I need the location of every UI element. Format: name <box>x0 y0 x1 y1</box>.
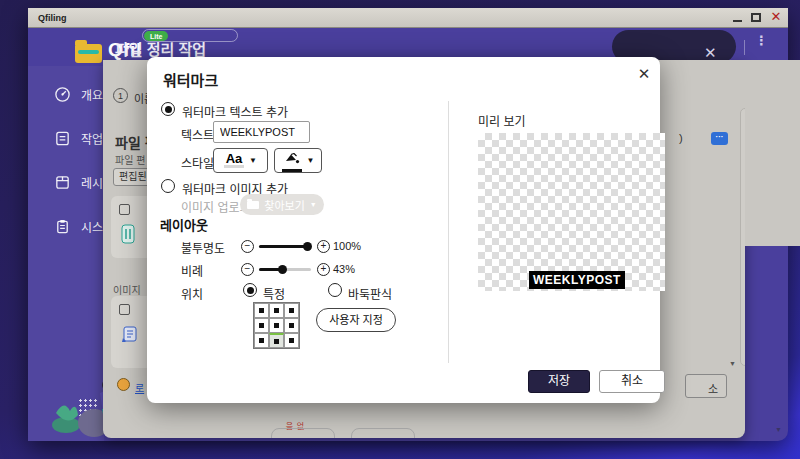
preview-watermark-text: WEEKLYPOST <box>529 271 625 289</box>
checkbox[interactable] <box>119 204 130 215</box>
chevron-down-icon: ▼ <box>249 156 257 165</box>
bg-pill-button[interactable] <box>351 428 415 438</box>
grid-cell-bottom-center-selected[interactable] <box>269 333 284 348</box>
folder-icon <box>247 201 259 209</box>
sidebar-item-label: 레시 <box>81 174 103 191</box>
position-specific-label: 특정 <box>263 285 285 302</box>
step-number-badge: 1 <box>113 88 128 103</box>
opacity-value: 100% <box>333 240 361 252</box>
grid-cell-top-right[interactable] <box>284 303 299 318</box>
add-text-label: 워터마크 텍스트 추가 <box>182 103 288 120</box>
grid-cell-middle-center[interactable] <box>269 318 284 333</box>
font-style-dropdown[interactable]: Aa ▼ <box>213 148 268 173</box>
cancel-button[interactable]: 취소 <box>599 370 665 393</box>
bg-scroll-panel: ▲ <box>745 60 800 246</box>
document-convert-icon <box>121 326 137 344</box>
maximize-icon[interactable] <box>751 13 761 22</box>
grid-cell-bottom-right[interactable] <box>284 333 299 348</box>
scale-value: 43% <box>333 263 355 275</box>
sidebar-item-overview[interactable]: 개요 <box>54 86 103 103</box>
watermark-text-input[interactable] <box>213 121 310 143</box>
grid-cell-bottom-left[interactable] <box>254 333 269 348</box>
bg-cancel-button[interactable]: 소 <box>685 374 727 398</box>
app-window: Qfiling ✕ Qfil Lite ⋮ 개요 작업 레시 <box>28 8 788 441</box>
position-grid[interactable] <box>253 302 300 349</box>
add-text-radio[interactable] <box>161 102 175 116</box>
style-label: 스타일: <box>181 154 217 171</box>
close-icon[interactable]: ✕ <box>770 12 782 23</box>
paint-bucket-icon <box>282 150 302 172</box>
scroll-down-icon[interactable]: ▼ <box>775 426 782 433</box>
qfiling-folder-logo-icon <box>75 44 102 63</box>
opacity-minus-icon[interactable]: − <box>241 240 254 253</box>
minimize-icon[interactable] <box>733 14 742 22</box>
recipe-box-icon <box>54 174 71 191</box>
preview-canvas: WEEKLYPOST <box>478 133 665 291</box>
grid-cell-top-left[interactable] <box>254 303 269 318</box>
task-list-icon <box>54 130 71 147</box>
opacity-plus-icon[interactable]: + <box>317 240 330 253</box>
sidebar-item-label: 작업 <box>81 130 103 147</box>
window-title: Qfiling <box>38 13 67 23</box>
position-tiled-label: 바둑판식 <box>348 285 392 302</box>
watermark-dialog: 워터마크 ✕ 워터마크 텍스트 추가 텍스트: 스타일: Aa ▼ ▼ 워터마크… <box>147 57 660 403</box>
avatar <box>117 378 130 391</box>
comment-icon[interactable]: ··· <box>711 132 728 145</box>
sort-icon <box>121 224 135 244</box>
scale-label: 비례 <box>181 262 203 279</box>
opacity-label: 불투명도 <box>181 239 225 256</box>
scale-slider[interactable] <box>259 268 311 271</box>
save-button[interactable]: 저장 <box>528 370 590 393</box>
clipboard-icon <box>54 218 71 235</box>
browse-button: 찾아보기 ▼ <box>240 194 324 215</box>
position-tiled-radio[interactable] <box>328 283 342 297</box>
scale-plus-icon[interactable]: + <box>317 263 330 276</box>
sidebar-item-tasks[interactable]: 작업 <box>54 130 103 147</box>
text-label: 텍스트: <box>181 126 217 143</box>
sidebar-item-recipe[interactable]: 레시 <box>54 174 103 191</box>
scale-minus-icon[interactable]: − <box>241 263 254 276</box>
bg-dialog-title: 파일 정리 작업 <box>115 38 206 59</box>
color-style-dropdown[interactable]: ▼ <box>274 148 322 173</box>
grid-cell-top-center[interactable] <box>269 303 284 318</box>
opacity-slider[interactable] <box>259 245 311 248</box>
gauge-icon <box>54 86 71 103</box>
divider <box>448 101 449 363</box>
font-sample: Aa <box>224 153 244 168</box>
grid-cell-middle-left[interactable] <box>254 318 269 333</box>
sidebar-item-label: 시스 <box>81 218 103 235</box>
preview-label: 미리 보기 <box>478 112 526 129</box>
browse-label: 찾아보기 <box>264 197 304 213</box>
checkbox[interactable] <box>119 304 130 315</box>
window-titlebar: Qfiling ✕ <box>28 8 788 28</box>
dialog-close-icon[interactable]: ✕ <box>635 65 653 83</box>
bg-pill-button[interactable] <box>271 428 335 438</box>
position-label: 위치 <box>181 285 203 302</box>
grid-cell-middle-right[interactable] <box>284 318 299 333</box>
scroll-down-icon[interactable]: ▼ <box>729 360 736 367</box>
add-image-radio[interactable] <box>161 179 175 193</box>
sidebar-item-system[interactable]: 시스 <box>54 218 103 235</box>
custom-position-button[interactable]: 사용자 지정 <box>316 308 396 332</box>
bg-paren-text: ) <box>679 132 683 144</box>
chevron-down-icon: ▼ <box>310 201 317 208</box>
dialog-title: 워터마크 <box>163 69 218 90</box>
more-menu-icon[interactable]: ⋮ <box>755 37 768 44</box>
chevron-down-icon: ▼ <box>307 156 315 165</box>
position-specific-radio[interactable] <box>243 283 257 297</box>
sidebar-item-label: 개요 <box>81 86 103 103</box>
layout-section-title: 레이아웃 <box>160 215 208 234</box>
header-divider <box>744 40 745 55</box>
